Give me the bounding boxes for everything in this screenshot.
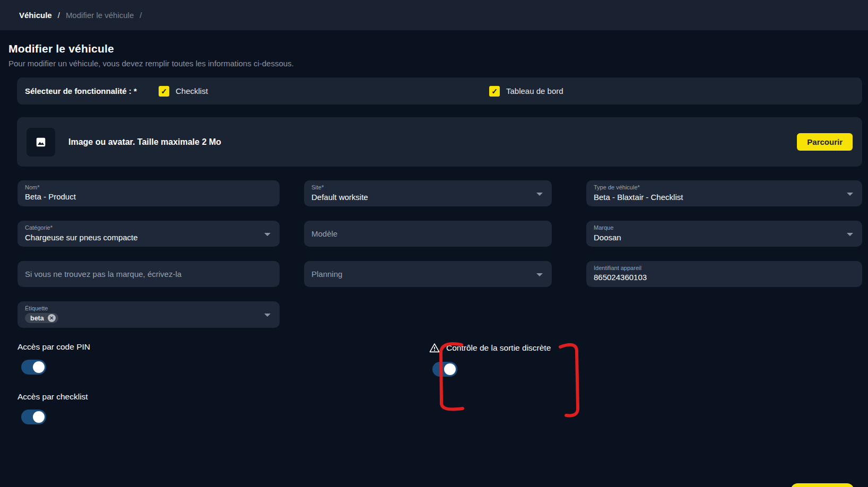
- toggle-knob: [444, 363, 456, 375]
- feature-selector-panel: Sélecteur de fonctionnalité : * ✓ Checkl…: [17, 77, 862, 105]
- chevron-down-icon: [536, 273, 543, 276]
- toggle-block-sortie-discrete: Contrôle de la sortie discrète: [429, 342, 551, 377]
- form-row-1: Nom* Site* Default worksite Type de véhi…: [18, 180, 862, 206]
- tableau-de-bord-checkbox[interactable]: ✓: [489, 86, 500, 97]
- form-row-3: Planning Identifiant appareil: [18, 261, 862, 287]
- chip-remove-icon[interactable]: ✕: [48, 314, 56, 322]
- marque-value: Doosan: [594, 233, 855, 242]
- page-title: Modifier le véhicule: [8, 42, 860, 55]
- type-vehicule-select[interactable]: Type de véhicule* Beta - Blaxtair - Chec…: [586, 180, 862, 206]
- categorie-select[interactable]: Catégorie* Chargeuse sur pneus compacte: [18, 221, 280, 247]
- warning-triangle-icon: [429, 342, 440, 354]
- toggle-block-checklist: Accès par checklist: [18, 392, 868, 424]
- marque-label: Marque: [594, 224, 855, 231]
- form-row-4: Étiquette beta ✕: [18, 301, 862, 328]
- checkbox-option-tableau-de-bord: ✓ Tableau de bord: [489, 86, 563, 97]
- checklist-toggle-label: Accès par checklist: [18, 392, 868, 402]
- checkbox-option-checklist: ✓ Checklist: [159, 86, 208, 97]
- type-vehicule-value: Beta - Blaxtair - Checklist: [594, 193, 855, 202]
- checkmark-icon: ✓: [491, 88, 498, 95]
- modele-input[interactable]: [311, 229, 509, 238]
- chevron-down-icon: [847, 233, 853, 236]
- image-placeholder-tile: [27, 128, 55, 156]
- chevron-down-icon: [264, 314, 271, 317]
- upload-instruction-text: Image ou avatar. Taille maximale 2 Mo: [68, 137, 221, 147]
- image-upload-panel: Image ou avatar. Taille maximale 2 Mo Pa…: [17, 117, 862, 167]
- identifiant-input[interactable]: [594, 273, 829, 282]
- site-select[interactable]: Site* Default worksite: [304, 180, 552, 206]
- etiquette-chip-beta: beta ✕: [25, 313, 58, 323]
- chip-label: beta: [30, 315, 44, 322]
- page-subtitle: Pour modifier un véhicule, vous devez re…: [8, 59, 860, 68]
- tableau-de-bord-checkbox-label: Tableau de bord: [506, 86, 563, 95]
- checkmark-icon: ✓: [161, 88, 167, 95]
- identifiant-field[interactable]: Identifiant appareil: [586, 261, 862, 287]
- toggle-knob: [33, 411, 45, 423]
- breadcrumb-modifier-vehicule[interactable]: Modifier le véhicule: [66, 11, 134, 20]
- save-button-partial[interactable]: [791, 483, 854, 487]
- page-header: Modifier le véhicule Pour modifier un vé…: [8, 42, 860, 68]
- toggles-zone: Accès par code PIN Contrôle de la sortie…: [18, 342, 868, 424]
- checklist-toggle[interactable]: [21, 410, 46, 424]
- browse-button[interactable]: Parcourir: [797, 133, 853, 151]
- type-vehicule-label: Type de véhicule*: [594, 184, 855, 190]
- planning-select[interactable]: Planning: [304, 261, 552, 287]
- toggle-knob: [33, 361, 45, 373]
- etiquette-label: Étiquette: [25, 305, 272, 311]
- code-pin-toggle[interactable]: [21, 360, 46, 375]
- planning-placeholder: Planning: [311, 269, 342, 279]
- modele-field[interactable]: [304, 221, 552, 247]
- nom-input[interactable]: [25, 192, 247, 201]
- site-value: Default worksite: [311, 193, 544, 202]
- image-icon: [35, 136, 47, 148]
- checklist-checkbox[interactable]: ✓: [159, 86, 169, 97]
- categorie-value: Chargeuse sur pneus compacte: [25, 233, 272, 242]
- identifiant-label: Identifiant appareil: [594, 265, 855, 271]
- form-row-2: Catégorie* Chargeuse sur pneus compacte …: [18, 221, 862, 247]
- sortie-discrete-toggle[interactable]: [432, 362, 457, 377]
- checklist-checkbox-label: Checklist: [176, 86, 208, 95]
- chevron-down-icon: [536, 193, 543, 196]
- breadcrumb-separator: /: [140, 11, 142, 20]
- marque-libre-field[interactable]: [18, 261, 280, 287]
- breadcrumb-vehicule[interactable]: Véhicule: [19, 11, 52, 20]
- site-label: Site*: [311, 184, 544, 190]
- marque-libre-input[interactable]: [25, 269, 235, 279]
- chevron-down-icon: [847, 193, 853, 196]
- breadcrumb-separator: /: [58, 11, 60, 20]
- nom-field[interactable]: Nom*: [18, 180, 280, 206]
- categorie-label: Catégorie*: [25, 224, 272, 231]
- breadcrumb: Véhicule / Modifier le véhicule /: [0, 0, 868, 30]
- feature-selector-label: Sélecteur de fonctionnalité : *: [25, 86, 159, 95]
- marque-select[interactable]: Marque Doosan: [586, 221, 862, 247]
- chevron-down-icon: [264, 233, 271, 236]
- sortie-discrete-toggle-label: Contrôle de la sortie discrète: [446, 343, 551, 353]
- etiquette-select[interactable]: Étiquette beta ✕: [18, 301, 280, 328]
- nom-label: Nom*: [25, 184, 272, 190]
